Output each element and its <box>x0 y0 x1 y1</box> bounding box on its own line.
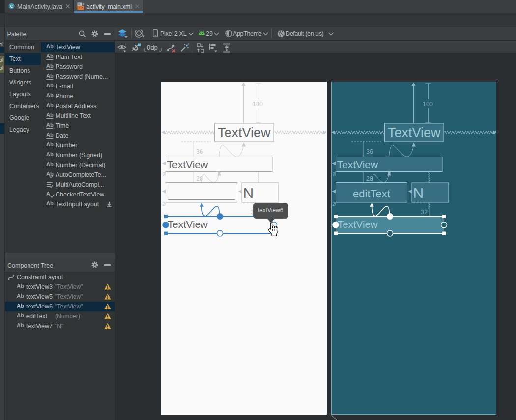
svg-text:TextView: TextView <box>168 219 208 230</box>
svg-text:2: 2 <box>333 172 336 177</box>
svg-text:<>: <> <box>79 5 83 10</box>
svg-text:TextView: TextView <box>217 125 270 140</box>
svg-text:N: N <box>243 185 254 201</box>
svg-text:TextView: TextView <box>337 159 378 170</box>
svg-text:100: 100 <box>423 101 433 108</box>
svg-text:2: 2 <box>333 201 336 207</box>
svg-text:2: 2 <box>162 172 165 177</box>
svg-text:TextView: TextView <box>338 219 378 230</box>
svg-text:C: C <box>10 4 13 9</box>
svg-text:TextView: TextView <box>167 159 208 170</box>
svg-text:TextView: TextView <box>388 125 441 140</box>
svg-text:36: 36 <box>196 148 203 155</box>
svg-text:N: N <box>413 185 424 201</box>
svg-text:32: 32 <box>421 209 428 216</box>
svg-text:100: 100 <box>253 101 263 108</box>
svg-text:2: 2 <box>162 201 165 207</box>
svg-text:36: 36 <box>366 148 373 155</box>
svg-text:editText: editText <box>353 188 390 200</box>
